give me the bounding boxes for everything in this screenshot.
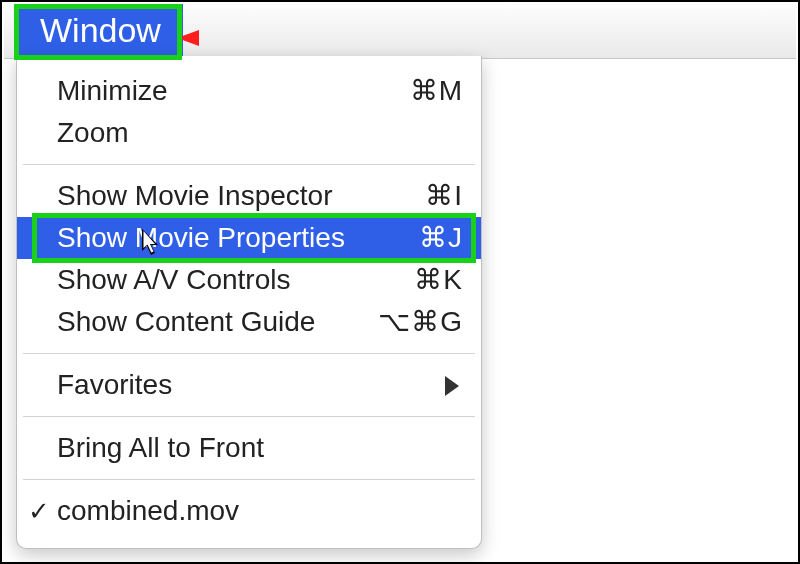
menu-item-show-av-controls[interactable]: Show A/V Controls ⌘K xyxy=(17,259,481,301)
menu-item-show-movie-inspector[interactable]: Show Movie Inspector ⌘I xyxy=(17,175,481,217)
submenu-arrow-icon xyxy=(445,376,459,396)
menu-item-shortcut: ⌘K xyxy=(414,259,463,301)
menu-item-shortcut: ⌘M xyxy=(410,70,463,112)
menu-item-document-combined-mov[interactable]: ✓ combined.mov xyxy=(17,490,481,532)
menu-separator xyxy=(23,479,475,480)
menu-item-shortcut: ⌥⌘G xyxy=(378,301,463,343)
menu-item-shortcut: ⌘I xyxy=(425,175,463,217)
menu-item-bring-all-to-front[interactable]: Bring All to Front xyxy=(17,427,481,469)
menu-item-label: Favorites xyxy=(57,364,172,406)
menu-item-label: Minimize xyxy=(57,70,167,112)
menu-item-label: Bring All to Front xyxy=(57,427,264,469)
checkmark-icon: ✓ xyxy=(27,490,51,532)
menu-item-minimize[interactable]: Minimize ⌘M xyxy=(17,70,481,112)
menu-separator xyxy=(23,416,475,417)
menu-item-label: Show Content Guide xyxy=(57,301,315,343)
menu-separator xyxy=(23,353,475,354)
annotation-highlight-title xyxy=(14,4,182,60)
tutorial-frame: Window Minimize ⌘M Zoom Show Movie Inspe… xyxy=(0,0,800,564)
menu-item-favorites[interactable]: Favorites xyxy=(17,364,481,406)
menu-item-label: combined.mov xyxy=(57,490,239,532)
annotation-highlight-item xyxy=(32,213,476,263)
menu-item-label: Show A/V Controls xyxy=(57,259,290,301)
window-menu-dropdown: Minimize ⌘M Zoom Show Movie Inspector ⌘I… xyxy=(16,56,482,549)
menu-item-show-content-guide[interactable]: Show Content Guide ⌥⌘G xyxy=(17,301,481,343)
menu-item-label: Zoom xyxy=(57,112,129,154)
menu-separator xyxy=(23,164,475,165)
menu-item-label: Show Movie Inspector xyxy=(57,175,332,217)
menu-item-zoom[interactable]: Zoom xyxy=(17,112,481,154)
